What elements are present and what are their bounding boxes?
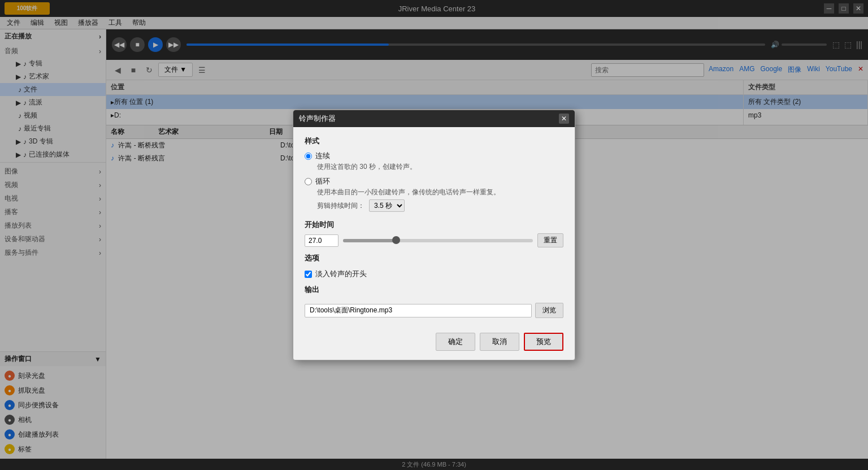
start-time-input[interactable]	[305, 234, 338, 247]
output-row: 浏览	[305, 303, 563, 318]
radio-loop[interactable]	[305, 178, 312, 185]
radio-desc-loop: 使用本曲目的一小段创建铃声，像传统的电话铃声一样重复。	[317, 188, 563, 197]
dialog-footer: 确定 取消 预览	[293, 327, 575, 360]
radio-desc-continuous: 使用这首歌的 30 秒，创建铃声。	[317, 162, 563, 172]
radio-row-continuous: 连续 使用这首歌的 30 秒，创建铃声。	[305, 151, 563, 172]
ringtone-dialog: 铃声制作器 ✕ 样式 连续 使用这首歌的 30 秒，创建铃声。	[293, 110, 575, 360]
duration-select[interactable]: 3.5 秒	[369, 199, 405, 212]
time-slider-track[interactable]	[343, 239, 533, 242]
radio-group: 连续 使用这首歌的 30 秒，创建铃声。 循环 使用本曲目的一小段创建铃声，像传…	[305, 151, 563, 212]
fade-in-label[interactable]: 淡入铃声的开头	[315, 269, 367, 279]
dialog-overlay: 铃声制作器 ✕ 样式 连续 使用这首歌的 30 秒，创建铃声。	[0, 0, 868, 470]
output-path-input[interactable]	[305, 304, 532, 317]
dialog-close-button[interactable]: ✕	[559, 114, 569, 124]
radio-continuous[interactable]	[305, 153, 312, 160]
radio-row-loop: 循环 使用本曲目的一小段创建铃声，像传统的电话铃声一样重复。 剪辑持续时间： 3…	[305, 176, 563, 212]
cancel-button[interactable]: 取消	[480, 333, 519, 351]
output-label: 输出	[305, 285, 563, 295]
radio-label-continuous[interactable]: 连续	[305, 151, 563, 161]
style-label: 样式	[305, 136, 563, 146]
dialog-titlebar: 铃声制作器 ✕	[293, 110, 575, 127]
fade-in-checkbox[interactable]	[305, 271, 312, 278]
duration-row: 剪辑持续时间： 3.5 秒	[317, 199, 563, 212]
start-time-row: 重置	[305, 233, 563, 247]
reset-button[interactable]: 重置	[537, 233, 563, 247]
preview-button[interactable]: 预览	[524, 333, 563, 351]
confirm-button[interactable]: 确定	[436, 333, 475, 351]
time-slider-fill	[343, 239, 396, 242]
fade-in-row: 淡入铃声的开头	[305, 269, 563, 279]
options-label: 选项	[305, 253, 563, 263]
time-slider-thumb	[392, 236, 400, 244]
start-time-label: 开始时间	[305, 220, 563, 230]
dialog-title: 铃声制作器	[299, 114, 336, 124]
browse-button[interactable]: 浏览	[535, 303, 563, 318]
dialog-body: 样式 连续 使用这首歌的 30 秒，创建铃声。 循环 使用本曲目的一	[293, 127, 575, 327]
radio-label-loop[interactable]: 循环	[305, 176, 563, 186]
